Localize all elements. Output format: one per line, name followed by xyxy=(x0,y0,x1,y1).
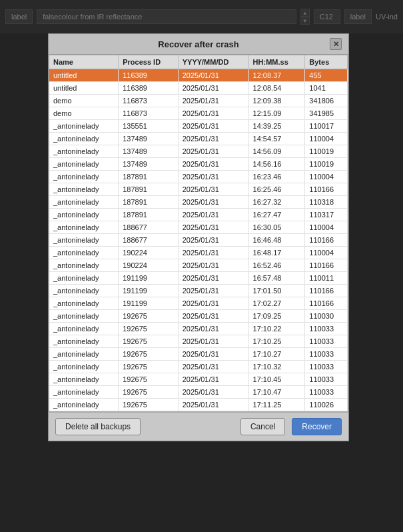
cell-bytes: 110166 xyxy=(305,183,348,196)
table-row[interactable]: _antoninelady1926752025/01/3117:10.32110… xyxy=(49,361,348,373)
cell-time: 14:54.57 xyxy=(248,133,305,145)
cell-date: 2025/01/31 xyxy=(178,95,248,107)
cell-pid: 187891 xyxy=(119,209,178,221)
cell-bytes: 110317 xyxy=(305,209,348,221)
cell-pid: 188677 xyxy=(119,234,178,247)
cell-name: _antoninelady xyxy=(49,158,119,171)
table-row[interactable]: _antoninelady1886772025/01/3116:46.48110… xyxy=(49,234,348,247)
recover-button[interactable]: Recover xyxy=(292,418,342,435)
cell-bytes: 110033 xyxy=(305,348,348,361)
table-row[interactable]: _antoninelady1374892025/01/3114:56.16110… xyxy=(49,158,348,171)
cell-time: 17:10.22 xyxy=(248,323,305,335)
table-row[interactable]: _antoninelady1926752025/01/3117:10.45110… xyxy=(49,373,348,386)
table-row[interactable]: _antoninelady1878912025/01/3116:27.47110… xyxy=(49,209,348,221)
table-row[interactable]: _antoninelady1902242025/01/3116:48.17110… xyxy=(49,247,348,259)
delete-all-button[interactable]: Delete all backups xyxy=(55,418,141,435)
table-row[interactable]: _antoninelady1902242025/01/3116:52.46110… xyxy=(49,259,348,272)
cell-pid: 192675 xyxy=(119,399,178,411)
cell-name: _antoninelady xyxy=(49,335,119,348)
cell-name: _antoninelady xyxy=(49,259,119,272)
cell-pid: 187891 xyxy=(119,171,178,183)
cell-time: 17:01.50 xyxy=(248,285,305,297)
cell-date: 2025/01/31 xyxy=(178,399,248,411)
cell-date: 2025/01/31 xyxy=(178,259,248,272)
cell-name: untitled xyxy=(49,82,119,95)
close-button[interactable]: ✕ xyxy=(330,38,342,50)
table-row[interactable]: _antoninelady1911992025/01/3117:01.50110… xyxy=(49,285,348,297)
cell-date: 2025/01/31 xyxy=(178,209,248,221)
cell-name: demo xyxy=(49,107,119,120)
table-row[interactable]: _antoninelady1926752025/01/3117:10.27110… xyxy=(49,348,348,361)
table-row[interactable]: _antoninelady1926752025/01/3117:10.25110… xyxy=(49,335,348,348)
table-row[interactable]: _antoninelady1926752025/01/3117:10.22110… xyxy=(49,323,348,335)
table-row[interactable]: _antoninelady1374892025/01/3114:56.09110… xyxy=(49,145,348,158)
cell-name: _antoninelady xyxy=(49,323,119,335)
cell-date: 2025/01/31 xyxy=(178,272,248,285)
cell-bytes: 110033 xyxy=(305,386,348,399)
cell-name: _antoninelady xyxy=(49,183,119,196)
cell-date: 2025/01/31 xyxy=(178,133,248,145)
cell-pid: 192675 xyxy=(119,386,178,399)
cell-pid: 190224 xyxy=(119,247,178,259)
table-row[interactable]: _antoninelady1926752025/01/3117:11.25110… xyxy=(49,399,348,411)
table-row[interactable]: _antoninelady1911992025/01/3116:57.48110… xyxy=(49,272,348,285)
cell-date: 2025/01/31 xyxy=(178,297,248,310)
cell-bytes: 110166 xyxy=(305,234,348,247)
cell-bytes: 110004 xyxy=(305,133,348,145)
table-row[interactable]: _antoninelady1878912025/01/3116:27.32110… xyxy=(49,196,348,209)
cell-date: 2025/01/31 xyxy=(178,221,248,234)
table-row[interactable]: _antoninelady1355512025/01/3114:39.25110… xyxy=(49,120,348,133)
cell-bytes: 110166 xyxy=(305,297,348,310)
cell-date: 2025/01/31 xyxy=(178,145,248,158)
table-row[interactable]: demo1168732025/01/3112:15.09341985 xyxy=(49,107,348,120)
cell-name: demo xyxy=(49,95,119,107)
cell-time: 16:30.05 xyxy=(248,221,305,234)
cell-date: 2025/01/31 xyxy=(178,196,248,209)
cell-time: 12:08.54 xyxy=(248,82,305,95)
cell-time: 17:11.25 xyxy=(248,399,305,411)
cell-bytes: 110019 xyxy=(305,145,348,158)
dialog-titlebar: Recover after crash ✕ xyxy=(49,34,348,55)
cell-name: _antoninelady xyxy=(49,171,119,183)
cell-date: 2025/01/31 xyxy=(178,323,248,335)
cell-time: 16:27.32 xyxy=(248,196,305,209)
cell-pid: 137489 xyxy=(119,133,178,145)
cell-time: 14:56.09 xyxy=(248,145,305,158)
table-row[interactable]: _antoninelady1926752025/01/3117:10.47110… xyxy=(49,386,348,399)
table-header-row: Name Process ID YYYY/MM/DD HH:MM.ss Byte… xyxy=(49,55,348,69)
cell-pid: 135551 xyxy=(119,120,178,133)
backup-table-container[interactable]: Name Process ID YYYY/MM/DD HH:MM.ss Byte… xyxy=(49,55,348,412)
cell-time: 16:25.46 xyxy=(248,183,305,196)
cell-time: 12:09.38 xyxy=(248,95,305,107)
table-row[interactable]: untitled1163892025/01/3112:08.37455 xyxy=(49,69,348,82)
cell-time: 17:10.45 xyxy=(248,373,305,386)
cell-date: 2025/01/31 xyxy=(178,386,248,399)
cell-pid: 192675 xyxy=(119,373,178,386)
cell-name: _antoninelady xyxy=(49,297,119,310)
cancel-button[interactable]: Cancel xyxy=(240,418,285,435)
cell-name: _antoninelady xyxy=(49,247,119,259)
cell-pid: 116873 xyxy=(119,107,178,120)
table-row[interactable]: _antoninelady1886772025/01/3116:30.05110… xyxy=(49,221,348,234)
cell-bytes: 1041 xyxy=(305,82,348,95)
cell-time: 17:10.25 xyxy=(248,335,305,348)
table-row[interactable]: _antoninelady1878912025/01/3116:25.46110… xyxy=(49,183,348,196)
cell-pid: 187891 xyxy=(119,196,178,209)
cell-bytes: 110019 xyxy=(305,158,348,171)
cell-time: 16:46.48 xyxy=(248,234,305,247)
cell-time: 17:09.25 xyxy=(248,310,305,323)
table-row[interactable]: _antoninelady1374892025/01/3114:54.57110… xyxy=(49,133,348,145)
cell-time: 16:48.17 xyxy=(248,247,305,259)
table-row[interactable]: _antoninelady1878912025/01/3116:23.46110… xyxy=(49,171,348,183)
cell-bytes: 110011 xyxy=(305,272,348,285)
cell-date: 2025/01/31 xyxy=(178,234,248,247)
table-row[interactable]: _antoninelady1926752025/01/3117:09.25110… xyxy=(49,310,348,323)
cell-date: 2025/01/31 xyxy=(178,171,248,183)
cell-pid: 192675 xyxy=(119,361,178,373)
table-row[interactable]: demo1168732025/01/3112:09.38341806 xyxy=(49,95,348,107)
cell-name: _antoninelady xyxy=(49,310,119,323)
cell-time: 16:57.48 xyxy=(248,272,305,285)
table-row[interactable]: untitled1163892025/01/3112:08.541041 xyxy=(49,82,348,95)
cell-date: 2025/01/31 xyxy=(178,335,248,348)
table-row[interactable]: _antoninelady1911992025/01/3117:02.27110… xyxy=(49,297,348,310)
